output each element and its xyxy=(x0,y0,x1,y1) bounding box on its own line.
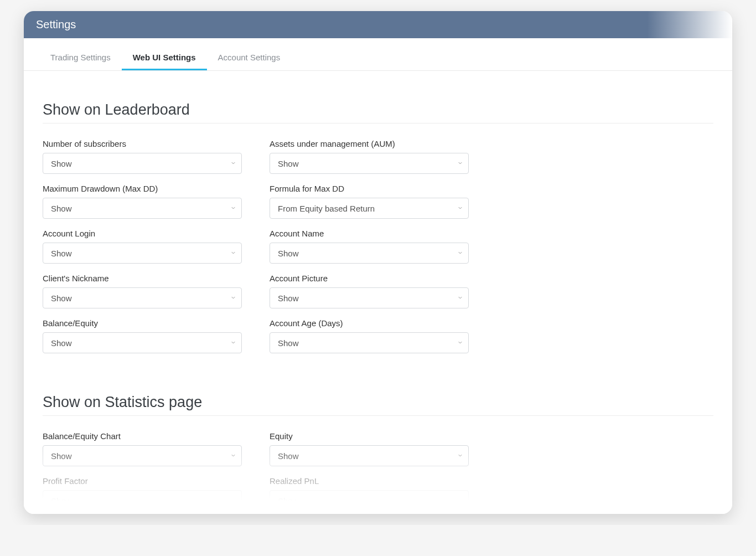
leaderboard-fields: Number of subscribers Show Assets under … xyxy=(43,139,713,363)
label-balance-equity: Balance/Equity xyxy=(43,318,253,328)
label-account-picture: Account Picture xyxy=(270,274,480,283)
label-account-name: Account Name xyxy=(270,229,480,238)
select-profit-factor[interactable]: Show xyxy=(43,490,242,511)
select-equity[interactable]: Show xyxy=(270,445,469,466)
select-client-nickname[interactable]: Show xyxy=(43,287,242,308)
label-account-age: Account Age (Days) xyxy=(270,318,480,328)
section-title-leaderboard: Show on Leaderboard xyxy=(43,101,713,123)
select-account-login[interactable]: Show xyxy=(43,243,242,264)
field-equity: Equity Show xyxy=(270,431,480,466)
select-formula-max-dd[interactable]: From Equity based Return xyxy=(270,198,469,219)
label-equity: Equity xyxy=(270,431,480,441)
statistics-fields: Balance/Equity Chart Show Equity Show Pr… xyxy=(43,431,713,514)
select-account-picture[interactable]: Show xyxy=(270,287,469,308)
label-number-subscribers: Number of subscribers xyxy=(43,139,253,148)
page-title: Settings xyxy=(36,18,76,30)
label-client-nickname: Client's Nickname xyxy=(43,274,253,283)
field-formula-max-dd: Formula for Max DD From Equity based Ret… xyxy=(270,184,480,219)
select-realized-pnl[interactable]: Show xyxy=(270,490,469,511)
field-max-dd: Maximum Drawdown (Max DD) Show xyxy=(43,184,253,219)
header-bar: Settings xyxy=(24,11,732,38)
field-realized-pnl: Realized PnL Show xyxy=(270,476,480,511)
select-number-subscribers[interactable]: Show xyxy=(43,153,242,174)
label-aum: Assets under management (AUM) xyxy=(270,139,480,148)
select-account-name[interactable]: Show xyxy=(270,243,469,264)
field-client-nickname: Client's Nickname Show xyxy=(43,274,253,308)
field-aum: Assets under management (AUM) Show xyxy=(270,139,480,174)
field-balance-equity-chart: Balance/Equity Chart Show xyxy=(43,431,253,466)
label-formula-max-dd: Formula for Max DD xyxy=(270,184,480,193)
label-account-login: Account Login xyxy=(43,229,253,238)
tab-trading-settings[interactable]: Trading Settings xyxy=(50,43,122,70)
label-profit-factor: Profit Factor xyxy=(43,476,253,486)
label-balance-equity-chart: Balance/Equity Chart xyxy=(43,431,253,441)
field-profit-factor: Profit Factor Show xyxy=(43,476,253,511)
select-balance-equity[interactable]: Show xyxy=(43,332,242,353)
field-account-login: Account Login Show xyxy=(43,229,253,264)
section-title-statistics: Show on Statistics page xyxy=(43,394,713,416)
settings-window: Settings Trading Settings Web UI Setting… xyxy=(24,11,732,514)
select-balance-equity-chart[interactable]: Show xyxy=(43,445,242,466)
field-number-subscribers: Number of subscribers Show xyxy=(43,139,253,174)
field-account-age: Account Age (Days) Show xyxy=(270,318,480,353)
select-aum[interactable]: Show xyxy=(270,153,469,174)
tab-web-ui-settings[interactable]: Web UI Settings xyxy=(122,43,207,70)
tabs-nav: Trading Settings Web UI Settings Account… xyxy=(24,43,732,71)
select-max-dd[interactable]: Show xyxy=(43,198,242,219)
label-max-dd: Maximum Drawdown (Max DD) xyxy=(43,184,253,193)
label-realized-pnl: Realized PnL xyxy=(270,476,480,486)
field-account-name: Account Name Show xyxy=(270,229,480,264)
tab-account-settings[interactable]: Account Settings xyxy=(207,43,292,70)
content-area: Show on Leaderboard Number of subscriber… xyxy=(24,71,732,514)
field-balance-equity: Balance/Equity Show xyxy=(43,318,253,353)
select-account-age[interactable]: Show xyxy=(270,332,469,353)
field-account-picture: Account Picture Show xyxy=(270,274,480,308)
